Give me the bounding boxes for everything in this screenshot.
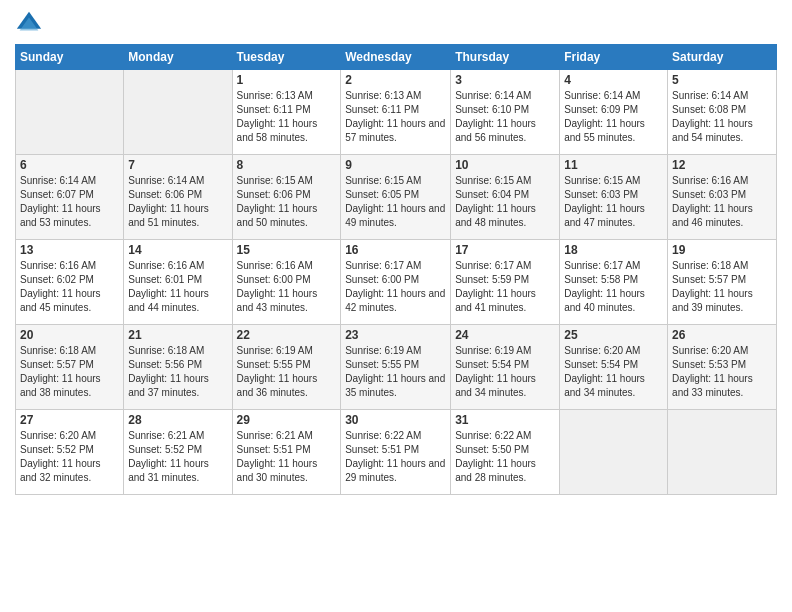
logo-icon [15, 10, 43, 38]
day-number: 11 [564, 158, 663, 172]
cell-sun-info: Sunrise: 6:18 AMSunset: 5:57 PMDaylight:… [672, 259, 772, 315]
day-number: 29 [237, 413, 337, 427]
cell-sun-info: Sunrise: 6:16 AMSunset: 6:02 PMDaylight:… [20, 259, 119, 315]
calendar-cell: 4Sunrise: 6:14 AMSunset: 6:09 PMDaylight… [560, 70, 668, 155]
day-number: 25 [564, 328, 663, 342]
weekday-header: Monday [124, 45, 232, 70]
cell-sun-info: Sunrise: 6:14 AMSunset: 6:08 PMDaylight:… [672, 89, 772, 145]
calendar-cell: 2Sunrise: 6:13 AMSunset: 6:11 PMDaylight… [341, 70, 451, 155]
calendar-cell: 13Sunrise: 6:16 AMSunset: 6:02 PMDayligh… [16, 240, 124, 325]
day-number: 20 [20, 328, 119, 342]
calendar-cell: 31Sunrise: 6:22 AMSunset: 5:50 PMDayligh… [451, 410, 560, 495]
calendar-cell: 18Sunrise: 6:17 AMSunset: 5:58 PMDayligh… [560, 240, 668, 325]
day-number: 26 [672, 328, 772, 342]
calendar-cell: 28Sunrise: 6:21 AMSunset: 5:52 PMDayligh… [124, 410, 232, 495]
weekday-header: Wednesday [341, 45, 451, 70]
calendar-cell: 11Sunrise: 6:15 AMSunset: 6:03 PMDayligh… [560, 155, 668, 240]
weekday-header: Saturday [668, 45, 777, 70]
cell-sun-info: Sunrise: 6:19 AMSunset: 5:55 PMDaylight:… [345, 344, 446, 400]
cell-sun-info: Sunrise: 6:13 AMSunset: 6:11 PMDaylight:… [237, 89, 337, 145]
calendar-cell: 16Sunrise: 6:17 AMSunset: 6:00 PMDayligh… [341, 240, 451, 325]
calendar-cell: 15Sunrise: 6:16 AMSunset: 6:00 PMDayligh… [232, 240, 341, 325]
cell-sun-info: Sunrise: 6:17 AMSunset: 6:00 PMDaylight:… [345, 259, 446, 315]
weekday-header: Friday [560, 45, 668, 70]
calendar-cell: 25Sunrise: 6:20 AMSunset: 5:54 PMDayligh… [560, 325, 668, 410]
day-number: 31 [455, 413, 555, 427]
weekday-header: Tuesday [232, 45, 341, 70]
cell-sun-info: Sunrise: 6:15 AMSunset: 6:04 PMDaylight:… [455, 174, 555, 230]
cell-sun-info: Sunrise: 6:18 AMSunset: 5:57 PMDaylight:… [20, 344, 119, 400]
day-number: 8 [237, 158, 337, 172]
day-number: 18 [564, 243, 663, 257]
cell-sun-info: Sunrise: 6:19 AMSunset: 5:54 PMDaylight:… [455, 344, 555, 400]
day-number: 9 [345, 158, 446, 172]
cell-sun-info: Sunrise: 6:14 AMSunset: 6:10 PMDaylight:… [455, 89, 555, 145]
cell-sun-info: Sunrise: 6:16 AMSunset: 6:01 PMDaylight:… [128, 259, 227, 315]
cell-sun-info: Sunrise: 6:13 AMSunset: 6:11 PMDaylight:… [345, 89, 446, 145]
cell-sun-info: Sunrise: 6:20 AMSunset: 5:53 PMDaylight:… [672, 344, 772, 400]
calendar-cell: 5Sunrise: 6:14 AMSunset: 6:08 PMDaylight… [668, 70, 777, 155]
calendar-cell: 1Sunrise: 6:13 AMSunset: 6:11 PMDaylight… [232, 70, 341, 155]
day-number: 6 [20, 158, 119, 172]
calendar-cell: 14Sunrise: 6:16 AMSunset: 6:01 PMDayligh… [124, 240, 232, 325]
cell-sun-info: Sunrise: 6:21 AMSunset: 5:52 PMDaylight:… [128, 429, 227, 485]
calendar-cell: 21Sunrise: 6:18 AMSunset: 5:56 PMDayligh… [124, 325, 232, 410]
cell-sun-info: Sunrise: 6:15 AMSunset: 6:05 PMDaylight:… [345, 174, 446, 230]
calendar-header-row: SundayMondayTuesdayWednesdayThursdayFrid… [16, 45, 777, 70]
day-number: 1 [237, 73, 337, 87]
calendar-cell [560, 410, 668, 495]
day-number: 28 [128, 413, 227, 427]
calendar-cell: 23Sunrise: 6:19 AMSunset: 5:55 PMDayligh… [341, 325, 451, 410]
calendar-cell: 8Sunrise: 6:15 AMSunset: 6:06 PMDaylight… [232, 155, 341, 240]
cell-sun-info: Sunrise: 6:22 AMSunset: 5:51 PMDaylight:… [345, 429, 446, 485]
cell-sun-info: Sunrise: 6:20 AMSunset: 5:52 PMDaylight:… [20, 429, 119, 485]
cell-sun-info: Sunrise: 6:19 AMSunset: 5:55 PMDaylight:… [237, 344, 337, 400]
calendar-cell: 27Sunrise: 6:20 AMSunset: 5:52 PMDayligh… [16, 410, 124, 495]
day-number: 22 [237, 328, 337, 342]
day-number: 3 [455, 73, 555, 87]
cell-sun-info: Sunrise: 6:16 AMSunset: 6:00 PMDaylight:… [237, 259, 337, 315]
calendar-cell: 9Sunrise: 6:15 AMSunset: 6:05 PMDaylight… [341, 155, 451, 240]
day-number: 2 [345, 73, 446, 87]
cell-sun-info: Sunrise: 6:17 AMSunset: 5:59 PMDaylight:… [455, 259, 555, 315]
calendar-cell [16, 70, 124, 155]
day-number: 15 [237, 243, 337, 257]
day-number: 19 [672, 243, 772, 257]
day-number: 27 [20, 413, 119, 427]
page: SundayMondayTuesdayWednesdayThursdayFrid… [0, 0, 792, 612]
day-number: 30 [345, 413, 446, 427]
cell-sun-info: Sunrise: 6:20 AMSunset: 5:54 PMDaylight:… [564, 344, 663, 400]
calendar-cell: 22Sunrise: 6:19 AMSunset: 5:55 PMDayligh… [232, 325, 341, 410]
day-number: 14 [128, 243, 227, 257]
calendar-table: SundayMondayTuesdayWednesdayThursdayFrid… [15, 44, 777, 495]
cell-sun-info: Sunrise: 6:14 AMSunset: 6:09 PMDaylight:… [564, 89, 663, 145]
day-number: 23 [345, 328, 446, 342]
calendar-cell: 17Sunrise: 6:17 AMSunset: 5:59 PMDayligh… [451, 240, 560, 325]
calendar-week-row: 13Sunrise: 6:16 AMSunset: 6:02 PMDayligh… [16, 240, 777, 325]
calendar-cell: 3Sunrise: 6:14 AMSunset: 6:10 PMDaylight… [451, 70, 560, 155]
header [15, 10, 777, 38]
calendar-week-row: 6Sunrise: 6:14 AMSunset: 6:07 PMDaylight… [16, 155, 777, 240]
cell-sun-info: Sunrise: 6:16 AMSunset: 6:03 PMDaylight:… [672, 174, 772, 230]
calendar-cell: 30Sunrise: 6:22 AMSunset: 5:51 PMDayligh… [341, 410, 451, 495]
calendar-cell: 29Sunrise: 6:21 AMSunset: 5:51 PMDayligh… [232, 410, 341, 495]
cell-sun-info: Sunrise: 6:17 AMSunset: 5:58 PMDaylight:… [564, 259, 663, 315]
day-number: 4 [564, 73, 663, 87]
calendar-cell: 26Sunrise: 6:20 AMSunset: 5:53 PMDayligh… [668, 325, 777, 410]
day-number: 10 [455, 158, 555, 172]
day-number: 12 [672, 158, 772, 172]
logo [15, 10, 47, 38]
cell-sun-info: Sunrise: 6:18 AMSunset: 5:56 PMDaylight:… [128, 344, 227, 400]
cell-sun-info: Sunrise: 6:14 AMSunset: 6:07 PMDaylight:… [20, 174, 119, 230]
calendar-week-row: 1Sunrise: 6:13 AMSunset: 6:11 PMDaylight… [16, 70, 777, 155]
day-number: 16 [345, 243, 446, 257]
calendar-cell: 24Sunrise: 6:19 AMSunset: 5:54 PMDayligh… [451, 325, 560, 410]
calendar-cell [124, 70, 232, 155]
weekday-header: Sunday [16, 45, 124, 70]
day-number: 21 [128, 328, 227, 342]
calendar-week-row: 27Sunrise: 6:20 AMSunset: 5:52 PMDayligh… [16, 410, 777, 495]
day-number: 5 [672, 73, 772, 87]
calendar-cell: 12Sunrise: 6:16 AMSunset: 6:03 PMDayligh… [668, 155, 777, 240]
cell-sun-info: Sunrise: 6:21 AMSunset: 5:51 PMDaylight:… [237, 429, 337, 485]
cell-sun-info: Sunrise: 6:14 AMSunset: 6:06 PMDaylight:… [128, 174, 227, 230]
